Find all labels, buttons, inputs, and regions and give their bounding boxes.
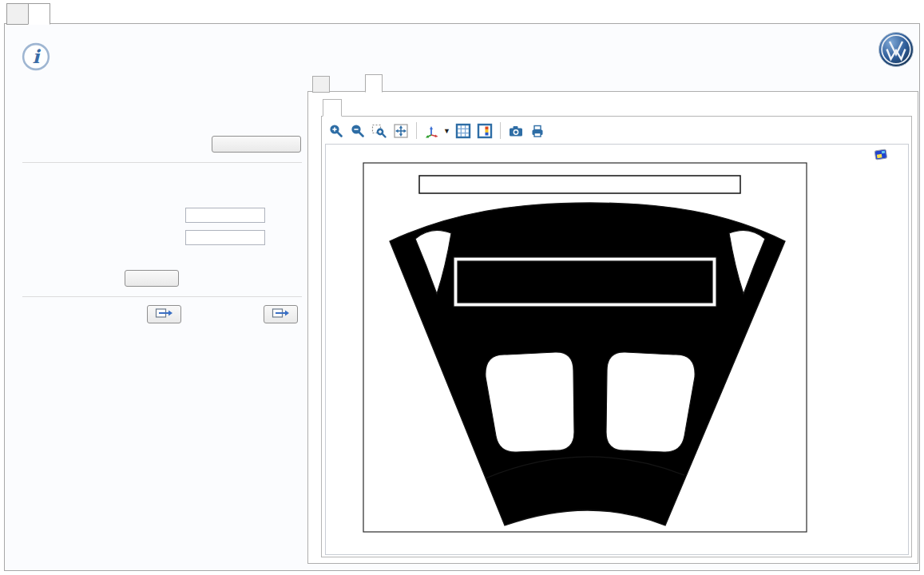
cutout-hole-right [606, 352, 695, 452]
info-icon: i [22, 42, 50, 71]
tab-ergebnisse[interactable] [28, 3, 50, 25]
tab-ergebnisse-plot[interactable] [365, 74, 383, 93]
tab-geometrie[interactable] [312, 76, 330, 93]
export-geometry-button[interactable] [264, 305, 298, 323]
app-window: i [0, 0, 924, 575]
graphics-toolbar: ▼ [327, 119, 546, 142]
legend-toggle-button[interactable] [476, 122, 494, 140]
y-coordinate-input[interactable] [185, 230, 265, 245]
grid-toggle-button[interactable] [454, 122, 472, 140]
zoom-out-button[interactable] [349, 122, 367, 140]
zoom-in-button[interactable] [327, 122, 345, 140]
view360-toggle-button[interactable] [125, 270, 179, 287]
export-icon [155, 307, 174, 319]
zoom-out-icon [350, 123, 366, 139]
magnet [458, 261, 712, 303]
zoom-extents-icon [393, 123, 409, 139]
default-view-icon[interactable] [874, 149, 886, 160]
printer-icon [529, 123, 545, 139]
zoom-box-icon [371, 123, 387, 139]
cutout-hole-left [486, 352, 574, 452]
divider [22, 296, 302, 297]
zoom-box-button[interactable] [371, 122, 388, 140]
divider [22, 162, 302, 163]
zoom-extents-button[interactable] [392, 122, 410, 140]
export-results-button[interactable] [147, 305, 181, 323]
fem-stress-field [363, 163, 807, 532]
stress-plot-canvas[interactable] [326, 145, 906, 553]
snapshot-button[interactable] [507, 122, 525, 140]
tab-modellaufbau[interactable] [6, 3, 28, 25]
print-button[interactable] [529, 122, 546, 140]
zoom-in-icon [328, 123, 344, 139]
toolbar-separator [416, 122, 417, 139]
graphics-area[interactable] [325, 144, 909, 555]
toolbar-separator [500, 122, 501, 139]
legend-icon [477, 123, 493, 139]
view-orientation-icon [424, 123, 440, 139]
vw-logo [878, 31, 914, 68]
camera-icon [508, 123, 524, 139]
update-solution-button[interactable] [212, 136, 301, 153]
plot-annotation [419, 176, 740, 193]
main-tab-bar [6, 3, 50, 25]
export-icon [272, 307, 291, 319]
grid-icon [455, 123, 471, 139]
view-orientation-dropdown[interactable]: ▼ [443, 127, 450, 135]
x-coordinate-input[interactable] [185, 208, 265, 223]
view-orientation-button[interactable] [423, 122, 441, 140]
tab-spannung-mises[interactable] [323, 99, 342, 117]
